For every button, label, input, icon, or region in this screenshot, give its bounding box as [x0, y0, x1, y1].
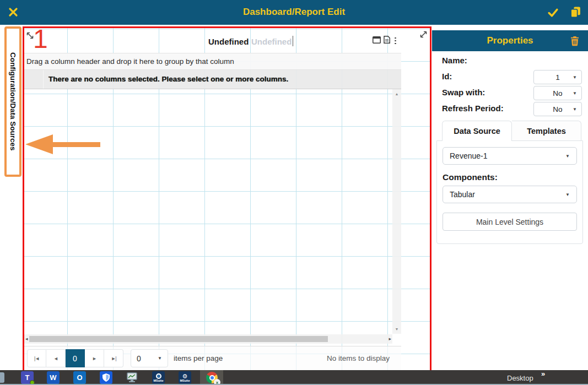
id-value: 1	[555, 73, 560, 82]
component-value: Tabular	[450, 190, 475, 199]
widget-title: Undefined	[208, 37, 249, 46]
tab-templates[interactable]: Templates	[512, 121, 581, 141]
annotation-arrow-head	[25, 134, 53, 154]
pager-status: No items to display	[327, 354, 390, 362]
pager-first-button[interactable]: |◄	[27, 349, 46, 367]
teams-icon[interactable]: T	[21, 371, 34, 384]
refresh-period-value: No	[553, 105, 562, 113]
vertical-scrollbar[interactable]: ▲ ▼	[392, 89, 401, 334]
outlook-icon[interactable]: O	[73, 371, 86, 384]
msuite-icon[interactable]: MSuite	[152, 371, 165, 384]
component-select[interactable]: Tabular ▼	[443, 186, 577, 203]
table-header-row: There are no columns selected. Please se…	[24, 70, 401, 89]
chevron-down-icon: ▼	[158, 356, 162, 361]
msuite-settings-icon[interactable]: ⚙ MSuite	[179, 371, 191, 384]
pager-next-button[interactable]: ►	[85, 349, 104, 367]
scroll-right-icon[interactable]: ▸	[389, 336, 391, 341]
scroll-up-icon[interactable]: ▲	[392, 92, 401, 96]
widget-menu-kebab-icon[interactable]	[393, 37, 398, 45]
header-cell-divider	[43, 70, 44, 89]
widget-number-annotation: 1	[33, 24, 48, 54]
gear-icon: ⚙	[182, 373, 188, 379]
data-source-value: Revenue-1	[450, 151, 488, 160]
data-source-tab-panel: Revenue-1 ▼ Components: Tabular ▼ Main L…	[436, 140, 583, 244]
page-size-value: 0	[137, 354, 141, 363]
components-label: Components:	[443, 172, 577, 182]
configuration-data-sources-label: Configuration/Data Sources	[9, 52, 17, 151]
configuration-data-sources-tab[interactable]: Configuration/Data Sources	[4, 26, 21, 177]
refresh-period-label: Refresh Period:	[442, 104, 504, 113]
partial-app-icon[interactable]	[0, 372, 4, 383]
system-monitor-icon[interactable]	[126, 371, 138, 384]
export-document-icon[interactable]	[384, 36, 390, 46]
msuite-logo	[156, 373, 161, 379]
chevron-down-icon: ▼	[573, 107, 577, 112]
trash-icon[interactable]	[570, 36, 579, 48]
items-per-page-label: items per page	[174, 354, 223, 362]
refresh-period-select[interactable]: No ▼	[533, 102, 582, 116]
swap-with-label: Swap with:	[442, 88, 485, 97]
chevron-down-icon: ▼	[573, 91, 577, 96]
annotation-arrow	[50, 142, 100, 147]
pager-current-page[interactable]: 0	[66, 349, 85, 367]
text-caret	[293, 36, 293, 46]
desktop-label[interactable]: Desktop	[507, 374, 533, 382]
widget-title-input[interactable]: Undefined	[251, 37, 292, 46]
copy-icon[interactable]	[570, 6, 581, 21]
chevron-down-icon: ▼	[573, 75, 577, 80]
id-select[interactable]: 1 ▼	[533, 70, 582, 84]
window-icon[interactable]	[373, 36, 381, 46]
chrome-icon[interactable]: x	[206, 371, 218, 384]
confirm-check-icon[interactable]	[547, 6, 559, 21]
dashboard-canvas[interactable]: 1 Undefined Undefined Drag a column head…	[23, 26, 431, 373]
properties-header: Properties	[432, 30, 588, 51]
windows-taskbar: T W O MSuite ⚙ MSuite x Desktop »	[0, 370, 588, 385]
properties-title: Properties	[432, 35, 588, 46]
chevron-down-icon: ▼	[565, 154, 570, 159]
chevron-down-icon: ▼	[565, 192, 570, 197]
properties-panel: Properties Name: Id: 1 ▼ Swap with: No ▼…	[432, 26, 588, 370]
taskbar-overflow-chevrons[interactable]: »	[541, 370, 545, 378]
table-pager: |◄ ◄ 0 ► ►| 0 ▼ items per page No items …	[24, 346, 401, 370]
page-size-select[interactable]: 0 ▼	[131, 349, 168, 367]
pager-last-button[interactable]: ►|	[104, 349, 123, 367]
horizontal-scrollbar[interactable]: ◂ ▸	[24, 334, 392, 344]
data-source-select[interactable]: Revenue-1 ▼	[443, 147, 577, 165]
swap-with-value: No	[553, 89, 562, 97]
main-level-settings-button[interactable]: Main Level Settings	[443, 213, 577, 231]
name-label: Name:	[442, 56, 467, 65]
top-bar: Dashboard/Report Edit	[0, 0, 588, 25]
word-icon[interactable]: W	[47, 371, 60, 384]
no-columns-message: There are no columns selected. Please se…	[48, 75, 288, 83]
scrollbar-thumb[interactable]	[29, 336, 328, 342]
tab-data-source[interactable]: Data Source	[442, 121, 512, 141]
id-label: Id:	[442, 72, 452, 81]
page-title: Dashboard/Report Edit	[0, 7, 588, 18]
scroll-left-icon[interactable]: ◂	[25, 336, 28, 341]
swap-with-select[interactable]: No ▼	[533, 86, 582, 100]
scroll-down-icon[interactable]: ▼	[392, 327, 401, 331]
properties-tabs: Data Source Templates	[442, 121, 581, 141]
group-by-dropzone[interactable]: Drag a column header and drop it here to…	[24, 53, 401, 70]
resize-ne-icon[interactable]	[419, 30, 428, 41]
shield-icon[interactable]	[100, 371, 112, 384]
pager-prev-button[interactable]: ◄	[46, 349, 66, 367]
